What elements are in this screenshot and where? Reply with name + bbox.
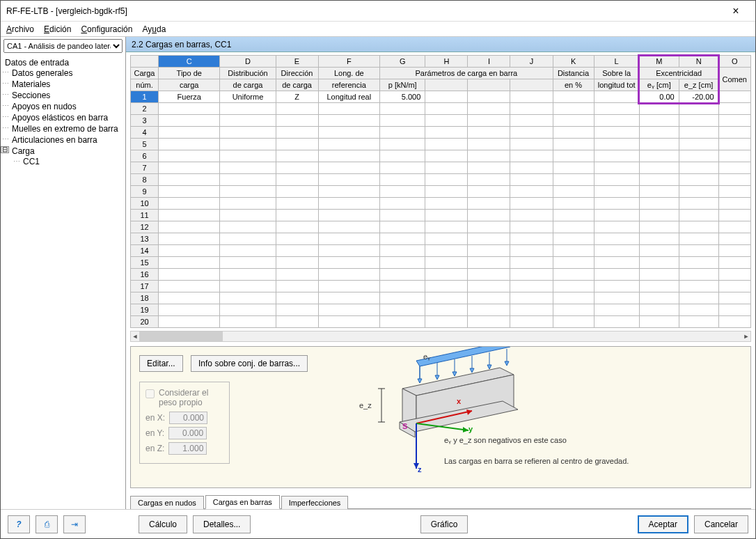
row-number[interactable]: 1 <box>131 91 159 103</box>
table-row[interactable]: 19 <box>131 304 751 316</box>
col-label: Long. de <box>318 68 379 79</box>
table-row[interactable]: 20 <box>131 316 751 328</box>
table-row[interactable]: 13 <box>131 233 751 245</box>
col-header[interactable]: I <box>468 56 510 68</box>
table-row[interactable]: 3 <box>131 115 751 127</box>
row-number[interactable]: 11 <box>131 210 159 221</box>
table-row[interactable]: 9 <box>131 186 751 198</box>
row-number[interactable]: 16 <box>131 269 159 281</box>
table-row[interactable]: 8 <box>131 174 751 186</box>
table-row[interactable]: 2 <box>131 103 751 115</box>
row-number[interactable]: 6 <box>131 150 159 162</box>
row-number[interactable]: 20 <box>131 316 159 328</box>
data-grid[interactable]: C D E F G H I J K L M N O <box>130 55 751 328</box>
aceptar-button[interactable]: Aceptar <box>638 515 688 533</box>
row-number[interactable]: 9 <box>131 186 159 198</box>
horizontal-scrollbar[interactable]: ◄ ► <box>130 331 751 342</box>
case-selector[interactable]: CA1 - Análisis de pandeo latera <box>3 39 123 53</box>
considerar-label: Considerar el peso propio <box>159 388 223 407</box>
row-number[interactable]: 8 <box>131 174 159 186</box>
table-row[interactable]: 12 <box>131 221 751 233</box>
considerar-checkbox[interactable] <box>145 389 155 398</box>
tab-cargas-barras[interactable]: Cargas en barras <box>205 495 280 509</box>
svg-marker-13 <box>470 368 474 373</box>
table-row[interactable]: 18 <box>131 292 751 304</box>
row-number[interactable]: 14 <box>131 245 159 257</box>
table-row[interactable]: 7 <box>131 162 751 174</box>
editar-button[interactable]: Editar... <box>139 355 183 372</box>
col-header[interactable]: N <box>679 56 718 68</box>
row-number[interactable]: 19 <box>131 304 159 316</box>
export-button[interactable]: ⎙ <box>36 515 58 533</box>
table-row[interactable]: 6 <box>131 150 751 162</box>
col-label: Sobre la <box>594 68 639 79</box>
import-button[interactable]: ⇥ <box>63 515 86 533</box>
col-header[interactable]: M <box>639 56 679 68</box>
info-button[interactable]: Info sobre conj. de barras... <box>191 355 308 372</box>
tree-item[interactable]: Articulaciones en barra <box>2 134 124 146</box>
table-row[interactable]: 16 <box>131 269 751 281</box>
col-header[interactable]: E <box>276 56 318 68</box>
col-header[interactable]: D <box>220 56 276 68</box>
row-number[interactable]: 2 <box>131 103 159 115</box>
row-number[interactable]: 18 <box>131 292 159 304</box>
table-row[interactable]: 1 Fuerza Uniforme Z Longitud real 5.000 … <box>131 91 751 103</box>
tree-item[interactable]: Muelles en extremo de barra <box>2 123 124 134</box>
col-header[interactable]: J <box>510 56 553 68</box>
section-title: 2.2 Cargas en barras, CC1 <box>132 40 231 49</box>
row-number[interactable]: 12 <box>131 221 159 233</box>
tree-item[interactable]: Apoyos elásticos en barra <box>2 112 124 123</box>
menu-config[interactable]: Configuración <box>81 24 132 34</box>
row-number[interactable]: 3 <box>131 115 159 127</box>
scroll-left-icon[interactable]: ◄ <box>131 331 139 341</box>
col-header[interactable]: G <box>380 56 425 68</box>
scroll-right-icon[interactable]: ► <box>742 331 750 341</box>
tree-root[interactable]: Datos de entrada <box>2 58 124 68</box>
tab-imperfecciones[interactable]: Imperfecciones <box>281 496 349 509</box>
tree-item[interactable]: Materiales <box>2 79 124 90</box>
table-row[interactable]: 5 <box>131 139 751 150</box>
col-label: Dirección <box>276 68 318 79</box>
col-header[interactable]: H <box>425 56 468 68</box>
eny-field <box>168 427 207 439</box>
row-number[interactable]: 10 <box>131 198 159 210</box>
export-icon: ⎙ <box>45 520 49 529</box>
scroll-thumb[interactable] <box>139 331 223 341</box>
table-row[interactable]: 17 <box>131 281 751 292</box>
tree-item-carga[interactable]: Carga <box>2 146 124 157</box>
menu-ayuda[interactable]: Ayuda <box>142 24 166 34</box>
menu-archivo[interactable]: Archivo <box>6 24 34 34</box>
row-number[interactable]: 17 <box>131 281 159 292</box>
col-header[interactable]: K <box>553 56 594 68</box>
tabstrip: Cargas en nudos Cargas en barras Imperfe… <box>126 492 755 508</box>
close-icon[interactable]: × <box>722 5 750 17</box>
table-row[interactable]: 4 <box>131 127 751 139</box>
row-number[interactable]: 7 <box>131 162 159 174</box>
menu-edicion[interactable]: Edición <box>44 24 71 34</box>
col-header[interactable]: O <box>718 56 750 68</box>
col-label: referencia <box>318 79 379 91</box>
col-header[interactable]: L <box>594 56 639 68</box>
col-header[interactable]: C <box>159 56 220 68</box>
row-number[interactable]: 15 <box>131 257 159 269</box>
table-row[interactable]: 14 <box>131 245 751 257</box>
tree-item[interactable]: Secciones <box>2 90 124 101</box>
calculo-button[interactable]: Cálculo <box>139 515 187 533</box>
tree-item-cc1[interactable]: CC1 <box>2 157 124 166</box>
table-row[interactable]: 10 <box>131 198 751 210</box>
svg-marker-11 <box>452 372 457 376</box>
detalles-button[interactable]: Detalles... <box>193 515 251 533</box>
row-number[interactable]: 13 <box>131 233 159 245</box>
grafico-button[interactable]: Gráfico <box>420 515 468 533</box>
help-button[interactable]: ? <box>8 515 30 533</box>
tab-cargas-nudos[interactable]: Cargas en nudos <box>130 496 204 509</box>
row-number[interactable]: 4 <box>131 127 159 139</box>
cancelar-button[interactable]: Cancelar <box>694 515 748 533</box>
col-header[interactable]: F <box>318 56 379 68</box>
table-row[interactable]: 15 <box>131 257 751 269</box>
col-label: eᵧ [cm] <box>639 79 679 91</box>
row-number[interactable]: 5 <box>131 139 159 150</box>
tree-item[interactable]: Apoyos en nudos <box>2 101 124 112</box>
table-row[interactable]: 11 <box>131 210 751 221</box>
tree-item[interactable]: Datos generales <box>2 68 124 79</box>
